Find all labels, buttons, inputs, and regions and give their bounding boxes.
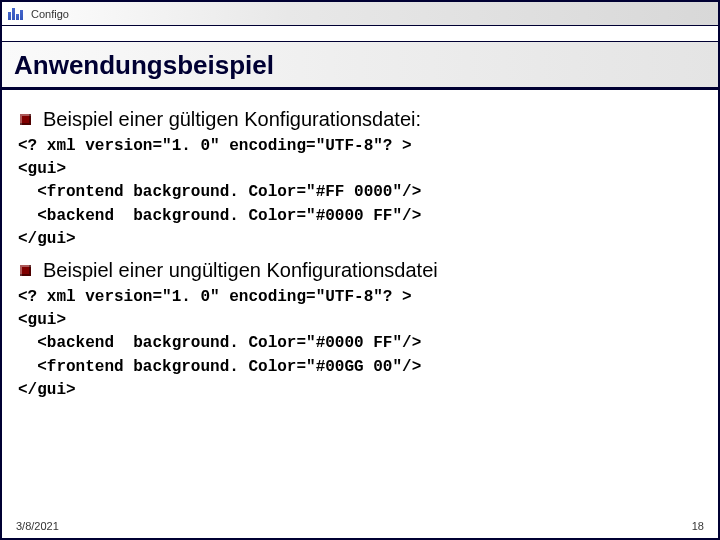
bullet-1-text: Beispiel einer gültigen Konfigurationsda…	[43, 108, 421, 131]
app-name: Configo	[31, 8, 69, 20]
code-line: <? xml version="1. 0" encoding="UTF-8"? …	[18, 288, 412, 306]
code-line: <frontend background. Color="#FF 0000"/>	[18, 183, 421, 201]
code-line: <frontend background. Color="#00GG 00"/>	[18, 358, 421, 376]
code-line: <backend background. Color="#0000 FF"/>	[18, 334, 421, 352]
bullet-1: Beispiel einer gültigen Konfigurationsda…	[20, 108, 704, 131]
footer-date: 3/8/2021	[16, 520, 59, 532]
bullet-2-text: Beispiel einer ungültigen Konfigurations…	[43, 259, 438, 282]
header-bar: Configo	[2, 2, 718, 26]
bullet-square-icon	[20, 114, 31, 125]
header-gap	[2, 26, 718, 42]
slide-title: Anwendungsbeispiel	[14, 50, 706, 81]
footer: 3/8/2021 18	[16, 520, 704, 532]
code-block-valid: <? xml version="1. 0" encoding="UTF-8"? …	[18, 135, 704, 251]
footer-page: 18	[692, 520, 704, 532]
code-line: <backend background. Color="#0000 FF"/>	[18, 207, 421, 225]
title-bar: Anwendungsbeispiel	[2, 42, 718, 90]
code-line: <? xml version="1. 0" encoding="UTF-8"? …	[18, 137, 412, 155]
bullet-square-icon	[20, 265, 31, 276]
code-block-invalid: <? xml version="1. 0" encoding="UTF-8"? …	[18, 286, 704, 402]
app-logo-icon	[8, 8, 23, 20]
content: Beispiel einer gültigen Konfigurationsda…	[2, 90, 718, 402]
code-line: </gui>	[18, 230, 76, 248]
bullet-2: Beispiel einer ungültigen Konfigurations…	[20, 259, 704, 282]
slide: Configo Anwendungsbeispiel Beispiel eine…	[0, 0, 720, 540]
code-line: </gui>	[18, 381, 76, 399]
code-line: <gui>	[18, 160, 66, 178]
code-line: <gui>	[18, 311, 66, 329]
